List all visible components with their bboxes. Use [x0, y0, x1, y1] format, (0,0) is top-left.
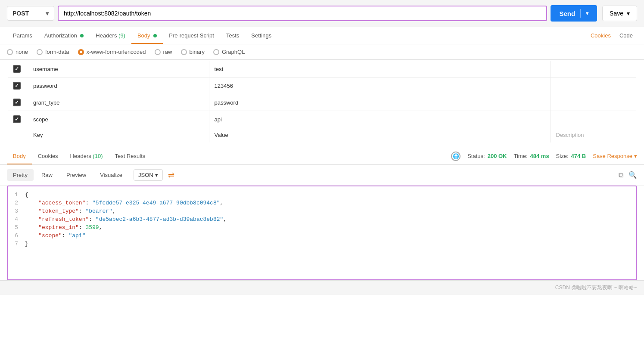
row-checkbox-1[interactable]: ✓	[13, 82, 21, 90]
cookies-link[interactable]: Cookies	[586, 27, 615, 44]
resp-tab-cookies[interactable]: Cookies	[32, 148, 64, 164]
format-row: Pretty Raw Preview Visualize JSON ▾ ⇌ ⧉ …	[0, 165, 644, 186]
line-number: 1	[8, 192, 25, 198]
size-label: Size:	[556, 153, 569, 159]
row-checkbox-cell-2[interactable]: ✓	[7, 94, 28, 111]
response-status: Status: 200 OK Time: 484 ms Size: 474 B	[467, 153, 586, 159]
row-value-2[interactable]: password	[209, 94, 551, 111]
json-colon: :	[85, 200, 92, 206]
radio-binary-label: binary	[190, 49, 205, 55]
json-key: "refresh_token"	[38, 216, 89, 223]
radio-form-data[interactable]: form-data	[37, 49, 69, 55]
copy-icon[interactable]: ⧉	[619, 171, 623, 179]
row-checkbox-0[interactable]: ✓	[13, 65, 21, 73]
tab-authorization[interactable]: Authorization	[38, 27, 90, 44]
fmt-tab-pretty[interactable]: Pretty	[7, 169, 34, 181]
desc-footer-label: Description	[551, 127, 637, 143]
tab-pre-request[interactable]: Pre-request Script	[163, 27, 220, 44]
line-number: 7	[8, 241, 25, 247]
tab-tests[interactable]: Tests	[220, 27, 245, 44]
row-value-0[interactable]: test	[209, 60, 551, 77]
tab-settings[interactable]: Settings	[245, 27, 277, 44]
line-content: {	[25, 192, 636, 198]
json-line: 5 "expires_in": 3599,	[8, 223, 636, 232]
status-value: 200 OK	[488, 153, 507, 159]
table-row: ✓ username test	[7, 60, 637, 77]
save-chevron-icon: ▾	[627, 10, 630, 17]
row-checkbox-3[interactable]: ✓	[13, 115, 21, 123]
save-button[interactable]: Save ▾	[602, 6, 637, 21]
body-options: none form-data x-www-form-urlencoded raw…	[0, 44, 644, 60]
headers-badge: (9)	[118, 32, 125, 39]
line-number: 4	[8, 216, 25, 223]
resp-tab-body[interactable]: Body	[7, 148, 32, 164]
search-icon[interactable]: 🔍	[628, 171, 637, 179]
json-line: 2 "access_token": "5fcdde57-e325-4e49-a6…	[8, 199, 636, 207]
json-line: 4 "refresh_token": "de5abec2-a6b3-4877-a…	[8, 215, 636, 223]
code-link[interactable]: Code	[615, 27, 637, 44]
json-value: 3599	[85, 224, 99, 231]
row-key-0[interactable]: username	[28, 60, 209, 77]
row-key-2[interactable]: grant_type	[28, 94, 209, 111]
line-content: "token_type": "bearer",	[25, 208, 636, 214]
json-comma: ,	[99, 224, 103, 231]
tab-params[interactable]: Params	[7, 27, 38, 44]
key-footer-label: Key	[28, 127, 209, 143]
send-button[interactable]: Send ▾	[551, 5, 597, 22]
row-checkbox-cell-1[interactable]: ✓	[7, 77, 28, 94]
radio-graphql-circle	[213, 49, 219, 55]
json-line: 7}	[8, 240, 636, 248]
row-value-1[interactable]: 123456	[209, 77, 551, 94]
row-key-1[interactable]: password	[28, 77, 209, 94]
resp-tab-headers[interactable]: Headers (10)	[64, 148, 109, 164]
resp-tab-test-results[interactable]: Test Results	[109, 148, 151, 164]
tab-headers[interactable]: Headers (9)	[90, 27, 131, 44]
line-content: "expires_in": 3599,	[25, 224, 636, 231]
json-line: 1{	[8, 191, 636, 199]
authorization-dot	[80, 34, 84, 37]
row-desc-2	[551, 94, 637, 111]
form-table-container: ✓ username test ✓ password 123456 ✓ gran…	[0, 60, 644, 143]
row-desc-1	[551, 77, 637, 94]
main-tabs: Params Authorization Headers (9) Body Pr…	[0, 27, 644, 44]
status-label: Status:	[467, 153, 485, 159]
radio-none[interactable]: none	[7, 49, 28, 55]
radio-binary[interactable]: binary	[181, 49, 205, 55]
radio-urlencoded-circle	[78, 49, 84, 55]
radio-urlencoded[interactable]: x-www-form-urlencoded	[78, 49, 146, 55]
tab-body[interactable]: Body	[131, 27, 163, 44]
radio-graphql[interactable]: GraphQL	[213, 49, 245, 55]
url-bar: POST ▾ Send ▾ Save ▾	[0, 0, 644, 27]
row-checkbox-2[interactable]: ✓	[13, 99, 21, 106]
json-line: 3 "token_type": "bearer",	[8, 207, 636, 215]
json-content-wrapper: 1{2 "access_token": "5fcdde57-e325-4e49-…	[0, 186, 644, 280]
globe-icon[interactable]: 🌐	[451, 152, 460, 161]
method-label: POST	[12, 10, 29, 17]
row-key-3[interactable]: scope	[28, 111, 209, 128]
row-checkbox-cell-3[interactable]: ✓	[7, 111, 28, 128]
url-input[interactable]	[58, 6, 547, 21]
line-number: 5	[8, 224, 25, 231]
response-tabs: Body Cookies Headers (10) Test Results 🌐…	[0, 148, 644, 165]
radio-none-circle	[7, 49, 13, 55]
fmt-tab-visualize[interactable]: Visualize	[94, 169, 128, 181]
row-value-3[interactable]: api	[209, 111, 551, 128]
table-row: ✓ grant_type password	[7, 94, 637, 111]
fmt-tab-raw[interactable]: Raw	[35, 169, 59, 181]
line-number: 3	[8, 208, 25, 214]
json-format-select[interactable]: JSON ▾	[134, 169, 163, 181]
save-response-label: Save Response	[593, 153, 632, 159]
json-value: "5fcdde57-e325-4e49-a677-90dbb8c094c8"	[92, 200, 220, 206]
send-label: Send	[559, 10, 575, 17]
json-key: "access_token"	[38, 200, 85, 206]
row-checkbox-cell-0[interactable]: ✓	[7, 60, 28, 77]
method-select[interactable]: POST ▾	[7, 6, 54, 21]
line-content: "scope": "api"	[25, 232, 636, 239]
wrap-icon[interactable]: ⇌	[168, 170, 174, 180]
fmt-tab-preview[interactable]: Preview	[60, 169, 92, 181]
json-colon: :	[79, 224, 86, 231]
line-content: "access_token": "5fcdde57-e325-4e49-a677…	[25, 200, 636, 206]
save-response-button[interactable]: Save Response ▾	[593, 153, 637, 159]
radio-raw[interactable]: raw	[155, 49, 172, 55]
table-row: ✓ scope api	[7, 111, 637, 128]
